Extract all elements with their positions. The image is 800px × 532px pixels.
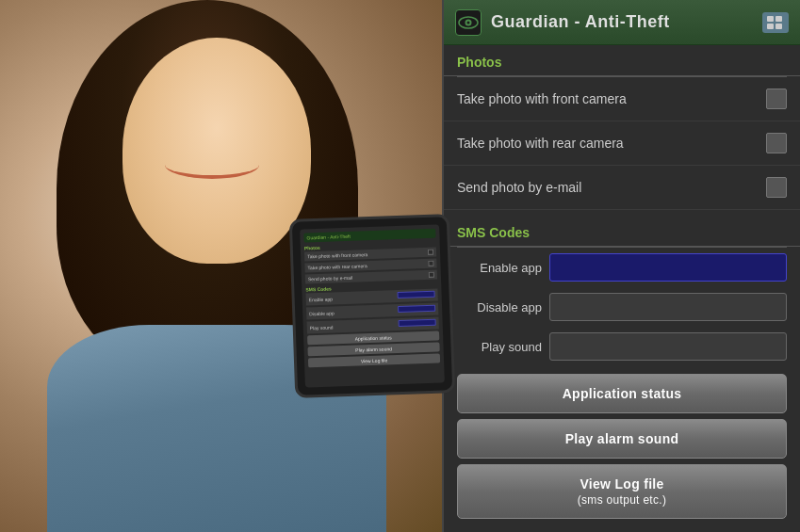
send-email-checkbox[interactable] <box>766 177 787 198</box>
rear-camera-checkbox[interactable] <box>766 133 787 153</box>
rear-camera-row[interactable]: Take photo with rear camera <box>444 121 800 166</box>
sms-codes-section-label: SMS Codes <box>444 216 800 247</box>
background-photo: Guardian - Anti-Theft Photos Take photo … <box>0 0 462 532</box>
tablet-screen: Guardian - Anti-Theft Photos Take photo … <box>300 224 445 387</box>
rear-camera-label: Take photo with rear camera <box>457 136 624 151</box>
enable-app-label: Enable app <box>457 261 542 275</box>
action-buttons-container: Application status Play alarm sound View… <box>444 366 800 519</box>
svg-point-2 <box>467 21 470 24</box>
enable-app-input[interactable] <box>549 253 787 282</box>
svg-rect-3 <box>767 16 774 22</box>
play-sound-input[interactable] <box>549 332 787 361</box>
disable-app-input[interactable] <box>549 293 787 321</box>
front-camera-label: Take photo with front camera <box>457 91 627 106</box>
svg-rect-5 <box>767 24 774 29</box>
tablet-device: Guardian - Anti-Theft Photos Take photo … <box>289 214 456 398</box>
woman-smile <box>165 151 259 179</box>
photos-section-label: Photos <box>444 45 800 76</box>
front-camera-checkbox[interactable] <box>766 89 787 109</box>
app-title: Guardian - Anti-Theft <box>491 12 670 32</box>
svg-rect-6 <box>776 24 782 29</box>
enable-app-row: Enable app <box>444 248 800 287</box>
play-sound-label: Play sound <box>457 340 542 354</box>
header-left: Guardian - Anti-Theft <box>455 9 670 36</box>
send-email-row[interactable]: Send photo by e-mail <box>444 166 800 210</box>
app-header: Guardian - Anti-Theft <box>444 0 800 45</box>
app-panel: Guardian - Anti-Theft Photos Take photo … <box>442 0 800 532</box>
disable-app-label: Disable app <box>457 300 542 314</box>
play-alarm-button[interactable]: Play alarm sound <box>457 419 787 459</box>
svg-rect-4 <box>776 16 782 22</box>
app-status-button[interactable]: Application status <box>457 374 787 413</box>
play-sound-row: Play sound <box>444 327 800 366</box>
view-log-button[interactable]: View Log file(sms output etc.) <box>457 464 787 519</box>
front-camera-row[interactable]: Take photo with front camera <box>444 77 800 121</box>
app-icon <box>455 9 482 36</box>
disable-app-row: Disable app <box>444 287 800 327</box>
menu-icon[interactable] <box>762 12 789 33</box>
send-email-label: Send photo by e-mail <box>457 180 581 195</box>
eye-icon <box>458 16 479 29</box>
grid-icon <box>767 16 784 29</box>
